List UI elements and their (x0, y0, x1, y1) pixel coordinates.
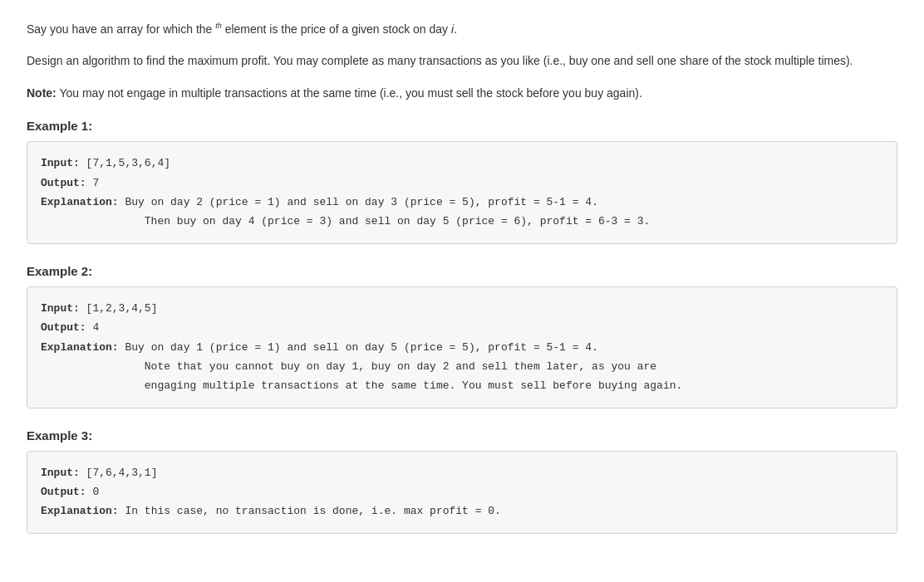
explanation-line-2-2: Note that you cannot buy on day 1, buy o… (41, 357, 883, 376)
explanation-label: Explanation: (41, 196, 119, 208)
explanation-line-1-2: Then buy on day 4 (price = 3) and sell o… (41, 212, 883, 231)
example-heading-2: Example 2: (27, 264, 897, 278)
output-label: Output: (41, 486, 86, 498)
example-explanation-2: Explanation: Buy on day 1 (price = 1) an… (41, 338, 883, 396)
input-value: [1,2,3,4,5] (80, 302, 158, 315)
explanation-label: Explanation: (41, 341, 119, 354)
example-output-1: Output: 7 (41, 174, 883, 193)
note-paragraph: Note: You may not engage in multiple tra… (27, 84, 897, 102)
input-value: [7,1,5,3,6,4] (80, 157, 170, 169)
examples-container: Example 1:Input: [7,1,5,3,6,4]Output: 7E… (27, 119, 897, 534)
explanation-line-2-1: Explanation: Buy on day 1 (price = 1) an… (41, 338, 883, 357)
explanation-line-3-1: Explanation: In this case, no transactio… (41, 501, 883, 521)
input-label: Input: (41, 467, 80, 479)
example-explanation-3: Explanation: In this case, no transactio… (41, 501, 883, 521)
note-label: Note: (27, 86, 57, 100)
example-input-2: Input: [1,2,3,4,5] (41, 299, 883, 318)
superscript-i: th (215, 22, 222, 30)
explanation-line-2-3: engaging multiple transactions at the sa… (41, 376, 883, 395)
intro-paragraph-2: Design an algorithm to find the maximum … (27, 51, 897, 70)
input-label: Input: (41, 157, 80, 169)
input-label: Input: (41, 302, 80, 315)
example-explanation-1: Explanation: Buy on day 2 (price = 1) an… (41, 193, 883, 232)
example-input-1: Input: [7,1,5,3,6,4] (41, 154, 883, 173)
example-output-3: Output: 0 (41, 482, 883, 501)
example-heading-1: Example 1: (27, 119, 897, 133)
output-label: Output: (41, 321, 86, 334)
example-block-3: Input: [7,6,4,3,1]Output: 0Explanation: … (27, 451, 897, 534)
intro-paragraph-1: Say you have an array for which the th e… (27, 20, 897, 38)
italic-i: i (451, 22, 454, 36)
example-block-1: Input: [7,1,5,3,6,4]Output: 7Explanation… (27, 141, 897, 244)
example-input-3: Input: [7,6,4,3,1] (41, 463, 883, 482)
example-output-2: Output: 4 (41, 318, 883, 337)
output-value: 4 (86, 321, 100, 334)
example-heading-3: Example 3: (27, 428, 897, 443)
output-value: 7 (86, 177, 100, 189)
input-value: [7,6,4,3,1] (80, 467, 158, 479)
example-block-2: Input: [1,2,3,4,5]Output: 4Explanation: … (27, 286, 897, 408)
output-label: Output: (41, 177, 86, 189)
explanation-label: Explanation: (41, 505, 119, 517)
note-content: You may not engage in multiple transacti… (57, 86, 642, 100)
output-value: 0 (86, 486, 100, 498)
explanation-line-1-1: Explanation: Buy on day 2 (price = 1) an… (41, 193, 883, 212)
